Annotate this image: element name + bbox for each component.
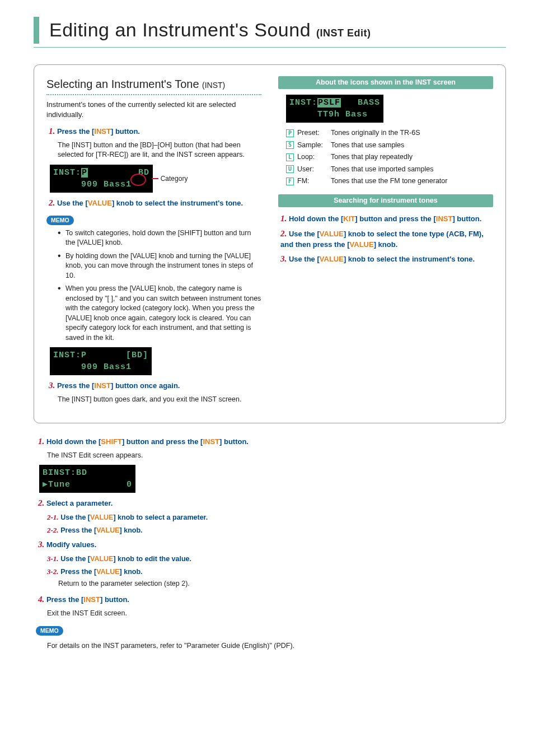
inst-button-label: INST <box>94 127 111 136</box>
step-num: 1. <box>38 437 44 446</box>
substep-3-2: 3-2. Press the [VALUE] knob. <box>47 567 506 577</box>
value-knob-label: VALUE <box>96 568 119 576</box>
callout-line-icon <box>152 178 158 179</box>
icon-desc: Tones originally in the TR-6S <box>331 128 420 138</box>
step-3: 3. Press the [INST] button once again. <box>49 380 261 391</box>
value-knob-label: VALUE <box>90 555 113 563</box>
substep-3-2-body: Return to the parameter selection (step … <box>58 579 506 589</box>
value-knob-label: VALUE <box>90 514 113 521</box>
step-1-body: The [INST] button and the [BD]–[OH] butt… <box>58 141 261 160</box>
main-box: Selecting an Instrument's Tone (INST) In… <box>34 64 506 423</box>
step-num: 2. <box>280 229 287 238</box>
lcd-display-2: INST:P [BD] 909 Bass1 <box>50 347 152 375</box>
left-column: Selecting an Instrument's Tone (INST) In… <box>46 76 261 409</box>
icon-row-user: UUser:Tones that use imported samples <box>286 165 493 175</box>
fm-icon: F <box>286 178 294 185</box>
intro-text: Instrument's tones of the currently sele… <box>46 100 261 120</box>
user-icon: U <box>286 165 294 173</box>
icon-name: Sample: <box>297 141 331 151</box>
step-num: 3. <box>49 381 55 390</box>
step-1: 1. Press the [INST] button. <box>49 125 261 137</box>
bottom-step-1: 1. Hold down the [SHIFT] button and pres… <box>38 436 506 447</box>
step-text: Select a parameter. <box>46 499 113 507</box>
bottom-step-2: 2. Select a parameter. <box>38 497 506 509</box>
memo-tag: MEMO <box>36 626 63 636</box>
lcd-display-edit: BINST:BD ▶Tune 0 <box>39 465 135 493</box>
step-text: Press the [INST] button once again. <box>57 381 180 390</box>
loop-icon: L <box>286 153 294 161</box>
bottom-step-3: 3. Modify values. <box>38 539 506 550</box>
step-num: 3. <box>38 540 44 549</box>
memo-body: For details on the INST parameters, refe… <box>47 641 506 651</box>
bottom-step-4-body: Exit the INST Edit screen. <box>47 609 506 619</box>
lcd-icons-wrap: INST:PSLF BASS TT9h Bass <box>286 95 493 123</box>
icon-legend-table: PPreset:Tones originally in the TR-6S SS… <box>286 128 493 186</box>
value-knob-label: VALUE <box>88 199 112 207</box>
step-text: Use the [VALUE] knob to select the tone … <box>280 230 484 249</box>
inst-button-label: INST <box>83 595 100 604</box>
value-knob-label: VALUE <box>320 255 344 263</box>
step-3-body: The [INST] button goes dark, and you exi… <box>58 395 261 405</box>
icon-name: Preset: <box>297 128 331 138</box>
page-title-block: Editing an Instrument's Sound (INST Edit… <box>34 17 506 44</box>
step-2: 2. Use the [VALUE] knob to select the in… <box>49 197 261 209</box>
searching-tones-bar: Searching for instrument tones <box>278 194 493 208</box>
step-text: Hold down the [SHIFT] button and press t… <box>46 437 249 446</box>
substep-3-1: 3-1. Use the [VALUE] knob to edit the va… <box>47 554 506 564</box>
bottom-step-1-body: The INST Edit screen appears. <box>47 451 506 461</box>
bottom-step-4: 4. Press the [INST] button. <box>38 594 506 605</box>
step-text: Use the [VALUE] knob to select the instr… <box>289 255 475 263</box>
substep-2-2: 2-2. Press the [VALUE] knob. <box>47 525 506 536</box>
substep-text: Press the [VALUE] knob. <box>60 568 142 576</box>
icon-row-sample: SSample:Tones that use samples <box>286 141 493 151</box>
memo-bullets: To switch categories, hold down the [SHI… <box>58 228 261 343</box>
value-knob-label: VALUE <box>350 240 374 249</box>
step-text: Modify values. <box>46 540 97 549</box>
category-label: Category <box>161 174 188 184</box>
substep-2-1: 2-1. Use the [VALUE] knob to select a pa… <box>47 512 506 523</box>
right-step-2: 2. Use the [VALUE] knob to select the to… <box>280 228 493 250</box>
bottom-section: 1. Hold down the [SHIFT] button and pres… <box>34 436 506 651</box>
page-title-sub: (INST Edit) <box>316 27 371 39</box>
icon-desc: Tones that play repeatedly <box>331 152 413 162</box>
section-heading: Selecting an Instrument's Tone <box>46 78 202 90</box>
bullet-item: When you press the [VALUE] knob, the cat… <box>58 284 261 343</box>
substep-num: 2-2. <box>47 526 59 534</box>
substep-num: 3-1. <box>47 554 59 563</box>
icon-name: FM: <box>297 176 331 186</box>
step-text: Use the [VALUE] knob to select the instr… <box>57 199 243 207</box>
step-num: 3. <box>280 254 287 263</box>
icon-desc: Tones that use the FM tone generator <box>331 176 447 186</box>
step-num: 4. <box>38 595 44 604</box>
icon-row-preset: PPreset:Tones originally in the TR-6S <box>286 128 493 138</box>
substep-text: Use the [VALUE] knob to edit the value. <box>60 555 191 563</box>
section-heading-wrap: Selecting an Instrument's Tone (INST) <box>46 76 261 95</box>
icon-row-fm: FFM:Tones that use the FM tone generator <box>286 176 493 186</box>
value-knob-label: VALUE <box>96 526 119 534</box>
inst-button-label: INST <box>436 214 453 223</box>
icon-name: User: <box>297 165 331 175</box>
about-icons-bar: About the icons shown in the INST screen <box>278 76 493 90</box>
icon-desc: Tones that use samples <box>331 141 404 151</box>
sample-icon: S <box>286 141 294 149</box>
lcd-edit-wrap: BINST:BD ▶Tune 0 <box>39 465 506 493</box>
title-rule <box>34 47 506 48</box>
category-callout: Category <box>153 172 188 185</box>
inst-button-label: INST <box>203 437 219 446</box>
substep-num: 3-2. <box>47 567 59 576</box>
step-num: 1. <box>280 214 287 223</box>
step-text: Hold down the [KIT] button and press the… <box>289 214 482 223</box>
substep-text: Use the [VALUE] knob to select a paramet… <box>60 514 208 521</box>
inst-button-label: INST <box>94 381 111 390</box>
memo-tag: MEMO <box>46 216 74 225</box>
step-text: Press the [INST] button. <box>46 595 129 604</box>
preset-icon: P <box>286 129 294 137</box>
icon-desc: Tones that use imported samples <box>331 165 433 175</box>
page-title: Editing an Instrument's Sound <box>49 19 316 40</box>
shift-button-label: SHIFT <box>101 437 122 446</box>
lcd-display-icons: INST:PSLF BASS TT9h Bass <box>286 95 383 123</box>
lcd-2-wrap: INST:P [BD] 909 Bass1 <box>50 347 261 375</box>
icon-row-loop: LLoop:Tones that play repeatedly <box>286 152 493 162</box>
icon-name: Loop: <box>297 152 331 162</box>
step-text: Press the [INST] button. <box>57 127 140 136</box>
